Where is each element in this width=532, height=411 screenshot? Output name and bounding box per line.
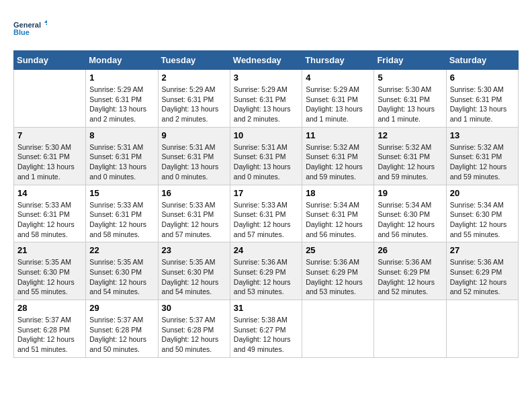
calendar-cell: 11Sunrise: 5:32 AM Sunset: 6:31 PM Dayli… [302,127,374,185]
day-number: 1 [89,73,154,83]
calendar-cell: 6Sunrise: 5:30 AM Sunset: 6:31 PM Daylig… [446,70,518,128]
day-number: 2 [162,73,226,83]
day-number: 3 [234,73,298,83]
calendar-cell: 1Sunrise: 5:29 AM Sunset: 6:31 PM Daylig… [86,70,158,128]
day-number: 19 [378,188,442,198]
header-row: SundayMondayTuesdayWednesdayThursdayFrid… [14,51,519,70]
day-info: Sunrise: 5:35 AM Sunset: 6:30 PM Dayligh… [17,257,82,297]
calendar-cell: 17Sunrise: 5:33 AM Sunset: 6:31 PM Dayli… [230,185,302,242]
logo-svg: General Blue [13,13,47,44]
day-info: Sunrise: 5:35 AM Sunset: 6:30 PM Dayligh… [89,257,154,297]
day-number: 26 [378,245,442,255]
day-info: Sunrise: 5:30 AM Sunset: 6:31 PM Dayligh… [378,85,442,124]
day-info: Sunrise: 5:36 AM Sunset: 6:29 PM Dayligh… [234,257,298,297]
day-number: 27 [450,245,515,255]
svg-text:General: General [13,21,41,29]
calendar-cell: 29Sunrise: 5:37 AM Sunset: 6:28 PM Dayli… [86,300,158,358]
calendar-cell [14,70,86,128]
header-day-friday: Friday [374,51,446,70]
calendar-cell: 22Sunrise: 5:35 AM Sunset: 6:30 PM Dayli… [86,242,158,300]
day-number: 25 [306,245,370,255]
calendar-cell: 7Sunrise: 5:30 AM Sunset: 6:31 PM Daylig… [14,127,86,185]
calendar-cell: 27Sunrise: 5:36 AM Sunset: 6:29 PM Dayli… [446,242,518,300]
calendar-cell [446,300,518,358]
calendar-cell: 24Sunrise: 5:36 AM Sunset: 6:29 PM Dayli… [230,242,302,300]
day-number: 23 [162,245,226,255]
day-info: Sunrise: 5:33 AM Sunset: 6:31 PM Dayligh… [17,200,82,240]
calendar-cell: 18Sunrise: 5:34 AM Sunset: 6:31 PM Dayli… [302,185,374,242]
calendar-cell: 9Sunrise: 5:31 AM Sunset: 6:31 PM Daylig… [158,127,230,185]
svg-text:Blue: Blue [13,28,30,36]
day-number: 11 [306,130,370,140]
day-number: 18 [306,188,370,198]
header-day-saturday: Saturday [446,51,518,70]
day-number: 9 [162,130,226,140]
calendar-cell: 15Sunrise: 5:33 AM Sunset: 6:31 PM Dayli… [86,185,158,242]
day-number: 14 [17,188,82,198]
day-info: Sunrise: 5:34 AM Sunset: 6:30 PM Dayligh… [378,200,442,240]
day-info: Sunrise: 5:32 AM Sunset: 6:31 PM Dayligh… [378,142,442,182]
day-number: 13 [450,130,515,140]
calendar-cell: 14Sunrise: 5:33 AM Sunset: 6:31 PM Dayli… [14,185,86,242]
header-day-tuesday: Tuesday [158,51,230,70]
logo: General Blue [13,13,47,44]
svg-marker-2 [44,20,47,23]
calendar-cell: 2Sunrise: 5:29 AM Sunset: 6:31 PM Daylig… [158,70,230,128]
day-info: Sunrise: 5:31 AM Sunset: 6:31 PM Dayligh… [89,142,154,182]
day-number: 16 [162,188,226,198]
day-number: 30 [162,303,226,313]
week-row-2: 7Sunrise: 5:30 AM Sunset: 6:31 PM Daylig… [14,127,519,185]
day-info: Sunrise: 5:33 AM Sunset: 6:31 PM Dayligh… [89,200,154,240]
calendar-cell [374,300,446,358]
calendar-cell: 8Sunrise: 5:31 AM Sunset: 6:31 PM Daylig… [86,127,158,185]
header-day-wednesday: Wednesday [230,51,302,70]
day-info: Sunrise: 5:31 AM Sunset: 6:31 PM Dayligh… [234,142,298,182]
day-number: 22 [89,245,154,255]
day-number: 8 [89,130,154,140]
calendar-cell: 10Sunrise: 5:31 AM Sunset: 6:31 PM Dayli… [230,127,302,185]
day-info: Sunrise: 5:37 AM Sunset: 6:28 PM Dayligh… [17,315,82,355]
calendar-cell: 23Sunrise: 5:35 AM Sunset: 6:30 PM Dayli… [158,242,230,300]
day-info: Sunrise: 5:32 AM Sunset: 6:31 PM Dayligh… [450,142,515,182]
header-day-monday: Monday [86,51,158,70]
day-info: Sunrise: 5:31 AM Sunset: 6:31 PM Dayligh… [162,142,226,182]
day-number: 21 [17,245,82,255]
calendar-cell: 19Sunrise: 5:34 AM Sunset: 6:30 PM Dayli… [374,185,446,242]
day-info: Sunrise: 5:29 AM Sunset: 6:31 PM Dayligh… [234,85,298,124]
day-info: Sunrise: 5:29 AM Sunset: 6:31 PM Dayligh… [306,85,370,124]
day-info: Sunrise: 5:34 AM Sunset: 6:30 PM Dayligh… [450,200,515,240]
day-info: Sunrise: 5:35 AM Sunset: 6:30 PM Dayligh… [162,257,226,297]
day-info: Sunrise: 5:37 AM Sunset: 6:28 PM Dayligh… [89,315,154,355]
header-day-sunday: Sunday [14,51,86,70]
day-number: 7 [17,130,82,140]
calendar-cell: 12Sunrise: 5:32 AM Sunset: 6:31 PM Dayli… [374,127,446,185]
day-number: 29 [89,303,154,313]
day-info: Sunrise: 5:36 AM Sunset: 6:29 PM Dayligh… [450,257,515,297]
day-info: Sunrise: 5:29 AM Sunset: 6:31 PM Dayligh… [89,85,154,124]
page-header: General Blue [13,13,519,44]
calendar-cell: 5Sunrise: 5:30 AM Sunset: 6:31 PM Daylig… [374,70,446,128]
day-number: 4 [306,73,370,83]
calendar-cell: 16Sunrise: 5:33 AM Sunset: 6:31 PM Dayli… [158,185,230,242]
day-number: 6 [450,73,515,83]
calendar-cell: 30Sunrise: 5:37 AM Sunset: 6:28 PM Dayli… [158,300,230,358]
day-number: 5 [378,73,442,83]
day-info: Sunrise: 5:33 AM Sunset: 6:31 PM Dayligh… [162,200,226,240]
day-info: Sunrise: 5:30 AM Sunset: 6:31 PM Dayligh… [17,142,82,182]
calendar-cell: 26Sunrise: 5:36 AM Sunset: 6:29 PM Dayli… [374,242,446,300]
calendar-cell: 4Sunrise: 5:29 AM Sunset: 6:31 PM Daylig… [302,70,374,128]
calendar-cell: 3Sunrise: 5:29 AM Sunset: 6:31 PM Daylig… [230,70,302,128]
calendar-table: SundayMondayTuesdayWednesdayThursdayFrid… [13,50,519,358]
calendar-cell: 13Sunrise: 5:32 AM Sunset: 6:31 PM Dayli… [446,127,518,185]
calendar-cell: 25Sunrise: 5:36 AM Sunset: 6:29 PM Dayli… [302,242,374,300]
calendar-cell: 21Sunrise: 5:35 AM Sunset: 6:30 PM Dayli… [14,242,86,300]
day-number: 24 [234,245,298,255]
day-number: 28 [17,303,82,313]
day-info: Sunrise: 5:37 AM Sunset: 6:28 PM Dayligh… [162,315,226,355]
day-number: 31 [234,303,298,313]
day-info: Sunrise: 5:36 AM Sunset: 6:29 PM Dayligh… [378,257,442,297]
day-number: 20 [450,188,515,198]
calendar-cell: 31Sunrise: 5:38 AM Sunset: 6:27 PM Dayli… [230,300,302,358]
day-info: Sunrise: 5:29 AM Sunset: 6:31 PM Dayligh… [162,85,226,124]
day-number: 15 [89,188,154,198]
